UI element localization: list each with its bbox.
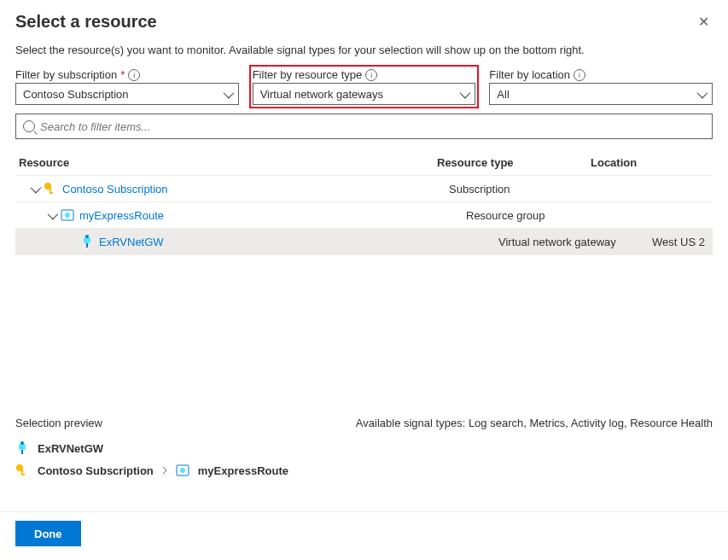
breadcrumb-item: myExpressRoute [198, 464, 288, 477]
grid-header: Resource Resource type Location [15, 149, 713, 176]
resource-type-value: Virtual network gateways [260, 88, 383, 101]
resource-type-cell: Resource group [466, 209, 620, 222]
subscription-value: Contoso Subscription [23, 88, 129, 101]
svg-rect-13 [21, 474, 25, 475]
filter-resource-type: Filter by resource type i Virtual networ… [253, 68, 476, 105]
subscription-dropdown[interactable]: Contoso Subscription [15, 83, 239, 105]
chevron-down-icon[interactable] [48, 208, 59, 219]
page-subtitle: Select the resource(s) you want to monit… [15, 44, 713, 56]
gateway-icon [80, 235, 94, 248]
filter-location: Filter by location i All [489, 68, 713, 105]
svg-rect-2 [50, 192, 53, 194]
breadcrumb-separator [160, 464, 169, 477]
preview-selected-name: ExRVNetGW [38, 442, 103, 455]
gateway-icon [15, 441, 29, 455]
close-button[interactable]: ✕ [695, 10, 713, 33]
location-dropdown[interactable]: All [489, 83, 713, 105]
info-icon[interactable]: i [574, 69, 585, 81]
resource-location-cell: West US 2 [652, 236, 709, 248]
svg-rect-7 [86, 243, 88, 248]
chevron-down-icon [223, 87, 234, 98]
key-icon [15, 464, 29, 477]
done-button[interactable]: Done [15, 521, 81, 546]
resource-type-cell: Virtual network gateway [498, 236, 652, 248]
svg-rect-5 [84, 237, 90, 243]
resourcegroup-icon [61, 208, 74, 222]
preview-selected-resource: ExRVNetGW [15, 441, 713, 455]
resource-name[interactable]: myExpressRoute [79, 209, 164, 222]
resource-type-dropdown[interactable]: Virtual network gateways [253, 83, 476, 105]
svg-rect-9 [20, 441, 24, 445]
table-row[interactable]: Contoso SubscriptionSubscription [15, 176, 713, 202]
svg-rect-8 [19, 444, 26, 450]
search-box[interactable] [15, 114, 713, 139]
svg-rect-6 [85, 235, 89, 238]
search-input[interactable] [40, 120, 705, 133]
selection-preview-label: Selection preview [15, 417, 102, 429]
available-signal-types: Available signal types: Log search, Metr… [356, 417, 713, 429]
preview-breadcrumb: Contoso SubscriptionmyExpressRoute [15, 464, 713, 477]
chevron-down-icon [460, 87, 471, 98]
key-icon [44, 182, 57, 195]
resourcegroup-icon [176, 464, 189, 477]
filter-subscription-label: Filter by subscription [15, 68, 117, 81]
page-title: Select a resource [15, 12, 157, 32]
required-indicator: * [120, 68, 125, 81]
chevron-down-icon [697, 87, 708, 98]
table-row[interactable]: myExpressRouteResource group [15, 202, 713, 229]
search-icon [23, 120, 35, 132]
info-icon[interactable]: i [128, 69, 140, 81]
col-header-location[interactable]: Location [591, 156, 709, 169]
resource-name[interactable]: Contoso Subscription [62, 183, 168, 195]
resource-name[interactable]: ExRVNetGW [99, 236, 164, 248]
resource-grid: Resource Resource type Location Contoso … [15, 149, 713, 255]
col-header-resource[interactable]: Resource [19, 156, 437, 169]
resource-type-cell: Subscription [449, 183, 603, 195]
filter-subscription: Filter by subscription * i Contoso Subsc… [15, 68, 239, 105]
svg-point-15 [180, 468, 185, 473]
breadcrumb-item: Contoso Subscription [38, 464, 154, 477]
svg-point-4 [65, 213, 70, 218]
info-icon[interactable]: i [365, 69, 377, 81]
filter-resource-type-label: Filter by resource type [253, 68, 363, 81]
svg-rect-10 [21, 450, 23, 454]
col-header-type[interactable]: Resource type [437, 156, 591, 169]
chevron-down-icon[interactable] [31, 182, 42, 193]
location-value: All [497, 88, 509, 101]
filter-location-label: Filter by location [489, 68, 570, 81]
table-row[interactable]: ExRVNetGWVirtual network gatewayWest US … [15, 229, 713, 255]
